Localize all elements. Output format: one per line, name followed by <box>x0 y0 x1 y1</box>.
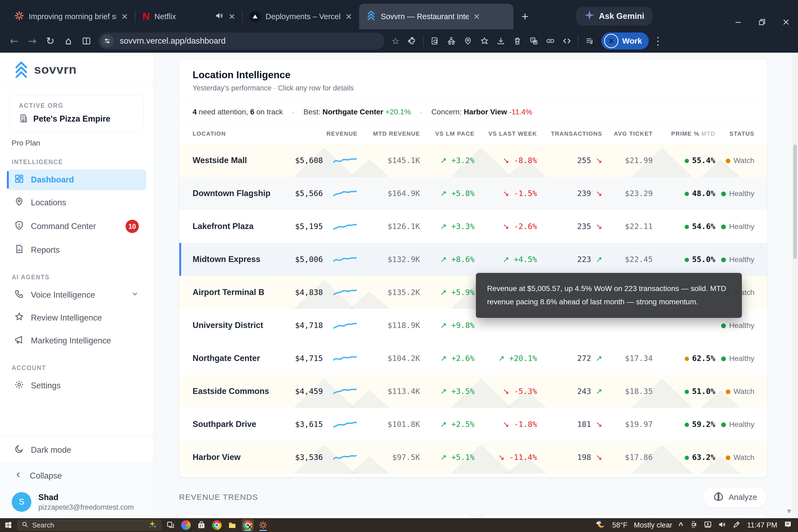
tab-netflix[interactable]: N Netflix ✕ <box>135 4 242 29</box>
spark-app-icon[interactable] <box>257 519 269 531</box>
table-row[interactable]: Northgate Center$4,715$104.2K↗ +2.6%↗ +2… <box>179 342 767 375</box>
minimize-button[interactable] <box>726 15 750 29</box>
col-vs-last-week: VS LAST WEEK <box>475 130 537 137</box>
close-window-button[interactable] <box>774 15 798 29</box>
sidebar-item-settings[interactable]: Settings <box>7 375 146 396</box>
address-bar[interactable]: sovvrn.vercel.app/dashboard <box>98 33 384 50</box>
ext-translate-icon[interactable]: G <box>527 34 541 49</box>
table-row[interactable]: Harbor View$3,536$97.5K↗ +5.1%↘ -11.4%19… <box>179 441 767 474</box>
ext-download-icon[interactable] <box>493 34 508 49</box>
app-logo[interactable]: sovvrn <box>0 53 153 85</box>
table-row[interactable]: Eastside Commons$4,459$113.4K↗ +3.5%↘ -5… <box>179 375 767 408</box>
close-tab-icon[interactable]: ✕ <box>228 12 235 21</box>
playlist-icon[interactable] <box>582 34 597 49</box>
side-panel-icon[interactable] <box>78 33 95 49</box>
page-scrollbar[interactable] <box>792 53 798 518</box>
status-badge: Watch <box>715 453 754 462</box>
profile-button[interactable]: Work <box>602 33 649 50</box>
location-name: Eastside Commons <box>193 386 288 396</box>
ext-hanger-icon[interactable] <box>444 34 459 49</box>
weather-desc[interactable]: Mostly clear <box>634 521 672 529</box>
ext-page-search-icon[interactable] <box>428 34 442 49</box>
new-tab-button[interactable]: + <box>517 8 534 25</box>
ext-location-pin-icon[interactable] <box>460 34 475 49</box>
report-doc-icon <box>14 244 24 256</box>
tray-expand-icon[interactable]: ^ <box>679 520 683 530</box>
close-tab-icon[interactable]: ✕ <box>121 12 128 21</box>
table-row[interactable]: Downtown Flagship$5,566$164.9K↗ +5.8%↘ -… <box>179 177 767 210</box>
scrollbar-thumb[interactable] <box>793 145 797 259</box>
tab-sovvrn-active[interactable]: Sovvrn — Restaurant Intellig ✕ <box>359 4 513 29</box>
dark-mode-toggle[interactable]: Dark mode <box>7 440 146 460</box>
status-dot <box>721 191 726 196</box>
prime-pct-value: 55.0% <box>653 255 715 264</box>
summary-best: Best: Northgate Center +20.1% <box>304 108 411 116</box>
sidebar-item-dashboard[interactable]: Dashboard <box>7 169 146 190</box>
ext-code-icon[interactable] <box>559 34 574 49</box>
microsoft-store-icon[interactable] <box>195 519 208 531</box>
revenue-value: $4,718 <box>288 321 323 330</box>
location-name: Lakefront Plaza <box>193 222 288 231</box>
extensions-puzzle-icon[interactable] <box>404 34 419 49</box>
sidebar-item-locations[interactable]: Locations <box>7 192 146 213</box>
sidebar-item-label: Collapse <box>30 471 139 481</box>
sidebar-divider <box>0 436 153 436</box>
active-org-card[interactable]: ACTIVE ORG Pete's Pizza Empire <box>10 95 144 131</box>
bookmark-star-icon[interactable]: ☆ <box>388 34 403 49</box>
tab-vercel[interactable]: Deployments – Vercel ✕ <box>243 4 359 29</box>
section-intelligence: INTELLIGENCE <box>12 158 141 166</box>
sidebar-item-voice-intelligence[interactable]: Voice Intelligence <box>7 285 146 305</box>
cast-display-icon[interactable] <box>704 520 712 530</box>
sidebar-item-marketing-intelligence[interactable]: Marketing Intelligence <box>7 330 146 351</box>
prime-pct-value: 62.5% <box>653 354 715 363</box>
table-row[interactable]: Westside Mall$5,608$145.1K↗ +3.2%↘ -8.8%… <box>179 144 767 177</box>
user-profile[interactable]: S Shad pizzapete3@freedomtest.com <box>12 492 141 512</box>
taskbar-search[interactable]: Search <box>18 520 161 530</box>
chrome-active-icon[interactable]: ✕ <box>242 519 254 531</box>
close-tab-icon[interactable]: ✕ <box>345 12 352 21</box>
tab-audio-icon[interactable] <box>215 12 224 22</box>
forward-button[interactable]: → <box>24 33 40 49</box>
pen-icon[interactable] <box>733 520 741 530</box>
file-explorer-icon[interactable] <box>226 519 238 531</box>
trend-card[interactable] <box>482 514 767 518</box>
trend-card[interactable] <box>179 514 471 518</box>
sidebar-item-command-center[interactable]: Command Center 10 <box>7 215 146 238</box>
ext-link-icon[interactable] <box>543 34 558 49</box>
site-settings-icon[interactable] <box>100 34 114 48</box>
scroll-down-icon[interactable]: ▾ <box>787 506 791 515</box>
restore-button[interactable] <box>750 15 774 29</box>
clock[interactable]: 11:47 PM <box>747 521 777 529</box>
sidebar-item-review-intelligence[interactable]: Review Intelligence <box>7 307 146 328</box>
status-dot <box>726 158 730 163</box>
mtd-revenue-value: $104.2K <box>358 354 420 363</box>
chrome-icon[interactable] <box>211 519 223 531</box>
ask-gemini-button[interactable]: Ask Gemini <box>576 7 652 25</box>
reload-button[interactable]: ↻ <box>42 33 58 49</box>
close-tab-icon[interactable]: ✕ <box>474 12 480 21</box>
prime-pct-value: 55.4% <box>653 156 715 165</box>
photos-app-icon[interactable] <box>180 519 192 531</box>
collapse-sidebar-button[interactable]: Collapse <box>7 466 146 486</box>
home-button[interactable]: ⌂ <box>60 33 77 49</box>
notification-icon[interactable] <box>784 520 792 530</box>
table-row[interactable]: Lakefront Plaza$5,195$126.1K↗ +3.3%↘ -2.… <box>179 210 767 243</box>
task-view-icon[interactable] <box>165 519 177 531</box>
tab-morning-brief[interactable]: Improving morning brief sum ✕ <box>7 4 135 29</box>
analyze-button[interactable]: Analyze <box>703 487 767 508</box>
weather-temp[interactable]: 58°F <box>612 521 627 529</box>
revenue-trends-cards <box>179 514 767 518</box>
sidebar-item-reports[interactable]: Reports <box>7 240 146 261</box>
start-button[interactable] <box>2 519 14 531</box>
sidebar-item-label: Dark mode <box>31 445 139 455</box>
volume-icon[interactable] <box>718 520 726 530</box>
table-row[interactable]: Southpark Drive$3,615$101.8K↗ +2.5%↘ -1.… <box>179 408 767 441</box>
ext-trash-icon[interactable] <box>510 34 525 49</box>
table-row[interactable]: Midtown Express$5,006$132.9K↗ +8.6%↗ +4.… <box>179 243 767 276</box>
revenue-sparkline <box>323 254 358 265</box>
back-button[interactable]: ← <box>6 33 22 49</box>
brain-icon <box>713 491 724 504</box>
screen-record-icon[interactable] <box>689 520 698 530</box>
browser-menu-icon[interactable]: ⋮ <box>650 34 665 49</box>
ext-star-badge-icon[interactable] <box>477 34 492 49</box>
